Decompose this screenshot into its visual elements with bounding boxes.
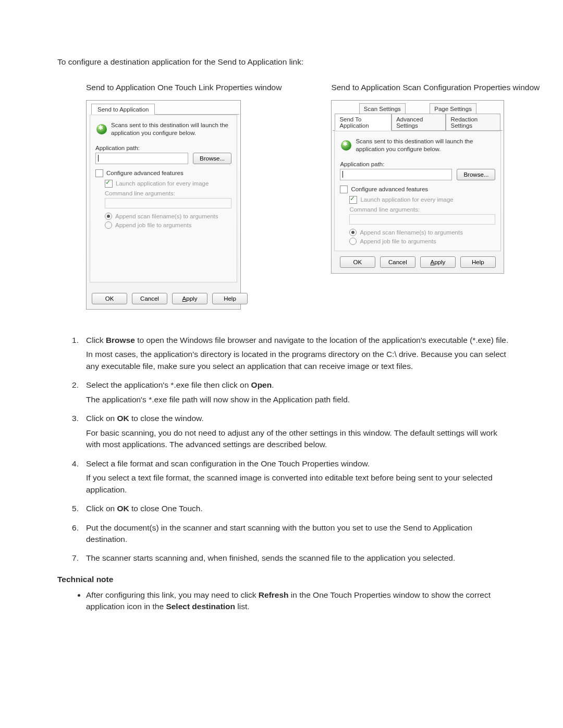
step-paragraph: In most cases, the application's directo… [86, 349, 511, 372]
adv-features-checkbox[interactable] [95, 169, 103, 177]
app-path-input[interactable] [95, 153, 188, 164]
cmdline-label: Command line arguments: [349, 206, 495, 213]
browse-button[interactable]: Browse... [457, 169, 495, 180]
tab-scan-settings[interactable]: Scan Settings [359, 103, 406, 114]
radio-append-jobfile-label: Append job file to arguments [360, 238, 436, 244]
cancel-button[interactable]: Cancel [132, 293, 167, 304]
instruction-list: Click Browse to open the Windows file br… [57, 335, 511, 564]
intro-text: To configure a destination application f… [57, 57, 511, 67]
window-description: Scans sent to this destination will laun… [356, 138, 494, 153]
launch-every-label: Launch application for every image [360, 196, 453, 203]
radio-append-jobfile[interactable] [349, 238, 357, 245]
adv-features-label: Configure advanced features [351, 186, 428, 192]
help-button[interactable]: Help [212, 293, 248, 304]
window-scan-config: Scan Settings Page Settings Send To Appl… [331, 100, 504, 274]
technical-note-list: After configuring this link, you may nee… [57, 589, 511, 613]
launch-every-label: Launch application for every image [116, 180, 209, 187]
tab-send-to-app[interactable]: Send to Application [91, 104, 155, 115]
step-item: Select a file format and scan configurat… [57, 458, 511, 496]
help-button[interactable]: Help [460, 256, 496, 268]
right-caption: Send to Application Scan Configuration P… [331, 82, 540, 93]
adv-features-label: Configure advanced features [106, 170, 183, 176]
ok-button[interactable]: OK [340, 256, 375, 268]
launch-every-checkbox[interactable] [105, 180, 113, 188]
cancel-button[interactable]: Cancel [380, 256, 415, 268]
step-paragraph: If you select a text file format, the sc… [86, 472, 511, 496]
browse-button[interactable]: Browse... [193, 153, 231, 164]
window-link-properties: Send to Application Scans sent to this d… [86, 100, 241, 310]
app-icon [96, 124, 107, 134]
step-item: Click on OK to close One Touch. [57, 503, 511, 514]
radio-append-filenames[interactable] [105, 213, 112, 220]
tab-page-settings[interactable]: Page Settings [430, 103, 476, 114]
step-paragraph: For basic scanning, you do not need to a… [86, 427, 511, 451]
tab-advanced-settings[interactable]: Advanced Settings [391, 114, 446, 131]
technical-note-item: After configuring this link, you may nee… [86, 589, 511, 613]
cmdline-input[interactable] [349, 214, 495, 225]
cmdline-input[interactable] [105, 198, 231, 208]
app-path-label: Application path: [340, 161, 495, 167]
step-item: The scanner starts scanning and, when fi… [57, 552, 511, 564]
cmdline-label: Command line arguments: [105, 190, 231, 196]
technical-note-heading: Technical note [57, 575, 511, 584]
window-description: Scans sent to this destination will laun… [111, 121, 230, 137]
launch-every-checkbox[interactable] [349, 196, 357, 204]
radio-append-filenames-label: Append scan filename(s) to arguments [115, 213, 218, 219]
tab-redaction-settings[interactable]: Redaction Settings [446, 114, 500, 131]
step-item: Click on OK to close the window.For basi… [57, 413, 511, 450]
left-caption: Send to Application One Touch Link Prope… [86, 82, 282, 93]
app-icon [341, 140, 351, 151]
app-path-label: Application path: [95, 145, 231, 151]
tab-send-to-application[interactable]: Send To Application [335, 114, 391, 131]
step-item: Put the document(s) in the scanner and s… [57, 522, 511, 546]
radio-append-filenames[interactable] [349, 229, 357, 236]
step-item: Select the application's *.exe file then… [57, 379, 511, 405]
radio-append-jobfile-label: Append job file to arguments [115, 222, 191, 228]
apply-button[interactable]: Apply [420, 256, 456, 268]
app-path-input[interactable] [340, 169, 452, 180]
radio-append-jobfile[interactable] [105, 221, 112, 229]
step-item: Click Browse to open the Windows file br… [57, 335, 511, 372]
apply-button[interactable]: Apply [172, 293, 207, 304]
adv-features-checkbox[interactable] [340, 186, 348, 193]
ok-button[interactable]: OK [92, 293, 127, 304]
step-paragraph: The application's *.exe file path will n… [86, 394, 511, 405]
radio-append-filenames-label: Append scan filename(s) to arguments [360, 229, 463, 236]
